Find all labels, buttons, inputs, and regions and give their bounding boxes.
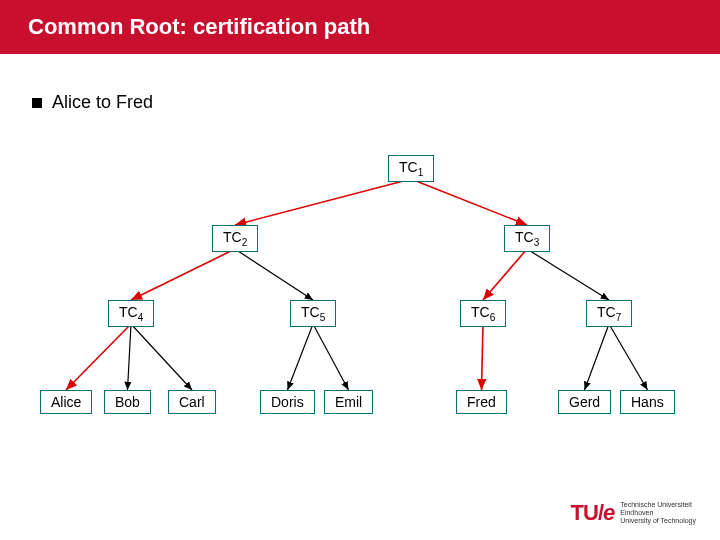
subtitle-row: Alice to Fred bbox=[32, 92, 688, 113]
logo-line1: Technische Universiteit bbox=[620, 501, 696, 509]
edge-TC5-Doris bbox=[288, 324, 314, 390]
slide-header: Common Root: certification path bbox=[0, 0, 720, 54]
tree-node-hans: Hans bbox=[620, 390, 675, 414]
slide-title: Common Root: certification path bbox=[28, 14, 370, 39]
tree-node-carl: Carl bbox=[168, 390, 216, 414]
edge-TC1-TC2 bbox=[235, 179, 411, 225]
edge-TC7-Hans bbox=[609, 324, 648, 390]
edge-TC4-Alice bbox=[66, 324, 131, 390]
edge-TC2-TC5 bbox=[235, 249, 313, 300]
tree-node-tc7: TC7 bbox=[586, 300, 632, 327]
edge-TC3-TC6 bbox=[483, 249, 527, 300]
logo-line3: University of Technology bbox=[620, 517, 696, 525]
edge-TC3-TC7 bbox=[527, 249, 609, 300]
logo-e: e bbox=[603, 500, 614, 525]
tree-node-fred: Fred bbox=[456, 390, 507, 414]
tree-node-tc5: TC5 bbox=[290, 300, 336, 327]
tree-node-tc4: TC4 bbox=[108, 300, 154, 327]
edge-TC6-Fred bbox=[482, 324, 484, 390]
tree-node-bob: Bob bbox=[104, 390, 151, 414]
edge-TC7-Gerd bbox=[585, 324, 610, 390]
tree-node-gerd: Gerd bbox=[558, 390, 611, 414]
tree-node-emil: Emil bbox=[324, 390, 373, 414]
tree-node-doris: Doris bbox=[260, 390, 315, 414]
logo-mark: TU/e bbox=[571, 500, 615, 526]
tree-node-tc6: TC6 bbox=[460, 300, 506, 327]
edge-TC4-Carl bbox=[131, 324, 192, 390]
edge-TC4-Bob bbox=[128, 324, 132, 390]
tree-node-alice: Alice bbox=[40, 390, 92, 414]
tree-node-tc3: TC3 bbox=[504, 225, 550, 252]
tree-diagram: TC1TC2TC3TC4TC5TC6TC7AliceBobCarlDorisEm… bbox=[0, 155, 720, 475]
edge-TC5-Emil bbox=[313, 324, 349, 390]
bullet-icon bbox=[32, 98, 42, 108]
logo-line2: Eindhoven bbox=[620, 509, 696, 517]
tree-node-tc2: TC2 bbox=[212, 225, 258, 252]
subtitle-text: Alice to Fred bbox=[52, 92, 153, 113]
edge-TC1-TC3 bbox=[411, 179, 527, 225]
tree-node-tc1: TC1 bbox=[388, 155, 434, 182]
university-logo: TU/e Technische Universiteit Eindhoven U… bbox=[571, 500, 696, 526]
edge-TC2-TC4 bbox=[131, 249, 235, 300]
logo-tu: TU bbox=[571, 500, 598, 525]
logo-text: Technische Universiteit Eindhoven Univer… bbox=[620, 501, 696, 525]
